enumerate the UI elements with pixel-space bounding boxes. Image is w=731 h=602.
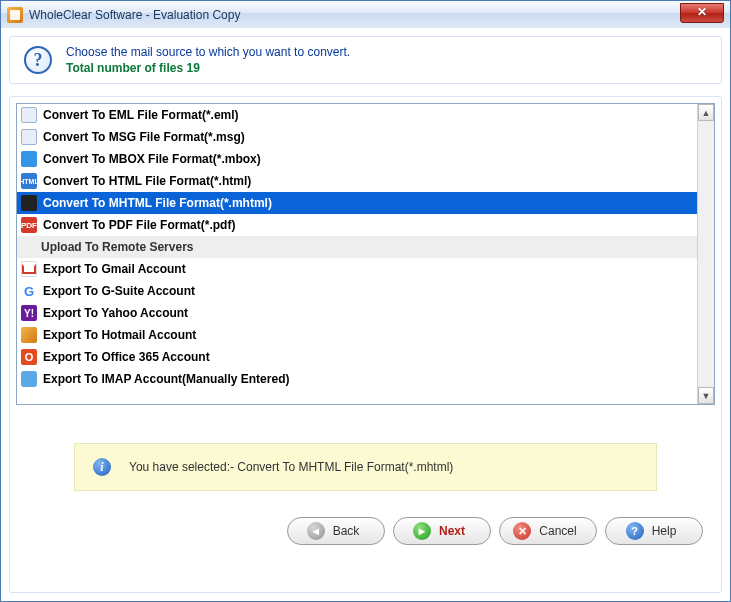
list-item[interactable]: Convert To MBOX File Format(*.mbox) — [17, 148, 697, 170]
status-bar: i You have selected:- Convert To MHTML F… — [74, 443, 657, 491]
app-icon — [7, 7, 23, 23]
icon-mbox-icon — [21, 151, 37, 167]
icon-gmail-icon — [21, 261, 37, 277]
icon-yahoo-icon: Y! — [21, 305, 37, 321]
icon-mhtml-icon — [21, 195, 37, 211]
list-item-label: Convert To MHTML File Format(*.mhtml) — [43, 196, 272, 210]
help-icon: ? — [24, 46, 52, 74]
icon-eml-icon — [21, 107, 37, 123]
next-button[interactable]: ► Next — [393, 517, 491, 545]
section-header: Upload To Remote Servers — [17, 236, 697, 258]
list-item[interactable]: Export To Gmail Account — [17, 258, 697, 280]
list-item[interactable]: Convert To MHTML File Format(*.mhtml) — [17, 192, 697, 214]
help-button[interactable]: ? Help — [605, 517, 703, 545]
close-button[interactable]: ✕ — [680, 3, 724, 23]
format-list: Convert To EML File Format(*.eml)Convert… — [16, 103, 715, 405]
list-item[interactable]: Export To IMAP Account(Manually Entered) — [17, 368, 697, 390]
total-files-text: Total number of files 19 — [66, 61, 350, 75]
cancel-icon: ✕ — [513, 522, 531, 540]
help-label: Help — [652, 524, 677, 538]
main-panel: Convert To EML File Format(*.eml)Convert… — [9, 96, 722, 593]
list-item-label: Convert To PDF File Format(*.pdf) — [43, 218, 235, 232]
list-item-label: Export To Hotmail Account — [43, 328, 196, 342]
back-label: Back — [333, 524, 360, 538]
list-item-label: Convert To MBOX File Format(*.mbox) — [43, 152, 261, 166]
list-item-label: Export To IMAP Account(Manually Entered) — [43, 372, 289, 386]
list-item[interactable]: GExport To G-Suite Account — [17, 280, 697, 302]
icon-gsuite-icon: G — [21, 283, 37, 299]
scrollbar[interactable]: ▲ ▼ — [697, 104, 714, 404]
list-item-label: Export To Yahoo Account — [43, 306, 188, 320]
info-icon: i — [93, 458, 111, 476]
list-item[interactable]: Convert To MSG File Format(*.msg) — [17, 126, 697, 148]
list-item-label: Export To Gmail Account — [43, 262, 186, 276]
icon-html-icon: HTML — [21, 173, 37, 189]
cancel-label: Cancel — [539, 524, 576, 538]
list-item-label: Export To Office 365 Account — [43, 350, 210, 364]
status-text: You have selected:- Convert To MHTML Fil… — [129, 460, 453, 474]
list-item[interactable]: Y!Export To Yahoo Account — [17, 302, 697, 324]
list-item-label: Convert To MSG File Format(*.msg) — [43, 130, 245, 144]
header-text: Choose the mail source to which you want… — [66, 45, 350, 75]
help-button-icon: ? — [626, 522, 644, 540]
back-button[interactable]: ◄ Back — [287, 517, 385, 545]
cancel-button[interactable]: ✕ Cancel — [499, 517, 597, 545]
icon-o365-icon: O — [21, 349, 37, 365]
back-icon: ◄ — [307, 522, 325, 540]
icon-pdf-icon: PDF — [21, 217, 37, 233]
scroll-up-button[interactable]: ▲ — [698, 104, 714, 121]
icon-hotmail-icon — [21, 327, 37, 343]
list-item[interactable]: Export To Hotmail Account — [17, 324, 697, 346]
list-item[interactable]: Convert To EML File Format(*.eml) — [17, 104, 697, 126]
window-title: WholeClear Software - Evaluation Copy — [29, 8, 240, 22]
next-icon: ► — [413, 522, 431, 540]
next-label: Next — [439, 524, 465, 538]
list-item[interactable]: HTMLConvert To HTML File Format(*.html) — [17, 170, 697, 192]
list-item-label: Convert To EML File Format(*.eml) — [43, 108, 239, 122]
instruction-text: Choose the mail source to which you want… — [66, 45, 350, 59]
scroll-down-button[interactable]: ▼ — [698, 387, 714, 404]
list-item[interactable]: OExport To Office 365 Account — [17, 346, 697, 368]
icon-imap-icon — [21, 371, 37, 387]
list-item-label: Convert To HTML File Format(*.html) — [43, 174, 251, 188]
titlebar: WholeClear Software - Evaluation Copy ✕ — [1, 0, 730, 28]
icon-msg-icon — [21, 129, 37, 145]
content-area: ? Choose the mail source to which you wa… — [1, 28, 730, 601]
button-row: ◄ Back ► Next ✕ Cancel ? Help — [28, 517, 703, 545]
list-item[interactable]: PDFConvert To PDF File Format(*.pdf) — [17, 214, 697, 236]
list-body: Convert To EML File Format(*.eml)Convert… — [17, 104, 697, 404]
header-panel: ? Choose the mail source to which you wa… — [9, 36, 722, 84]
list-item-label: Export To G-Suite Account — [43, 284, 195, 298]
